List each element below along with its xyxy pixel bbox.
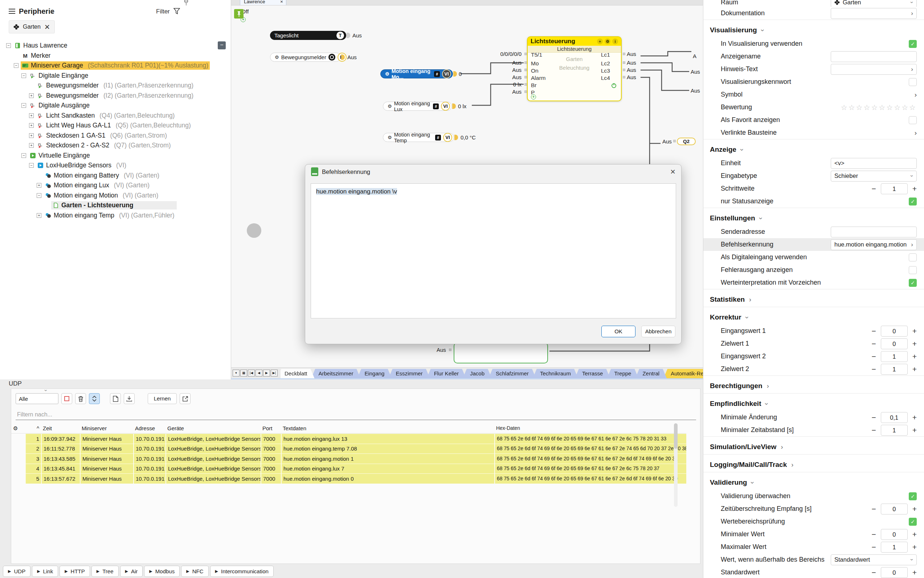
tree-expander-icon[interactable]: +	[29, 143, 34, 148]
property-field[interactable]: Schieber›	[831, 170, 917, 182]
minus-button[interactable]: −	[871, 568, 876, 577]
property-field[interactable]: Standardwert›	[831, 554, 917, 565]
section-header[interactable]: Anzeige›	[704, 140, 924, 157]
pin-icon[interactable]	[183, 0, 189, 6]
sheet-tab-arbeitszimmer[interactable]: Arbeitszimmer	[311, 369, 361, 378]
tree-expander-icon[interactable]: −	[29, 163, 34, 168]
lichtsteuerung-block[interactable]: Lichtsteuerung + ⚙ i Lichtsteuerung Gart…	[527, 36, 622, 101]
monitor-tab-udp[interactable]: ▶UDP	[3, 566, 31, 577]
udp-log-row[interactable]: 216:11:52.778Miniserver Haus10.70.0.191L…	[11, 444, 686, 454]
minus-button[interactable]: −	[871, 184, 876, 193]
section-header[interactable]: Berechtigungen›	[704, 376, 924, 393]
connector-square[interactable]	[524, 83, 527, 86]
checkbox[interactable]: ✓	[909, 492, 917, 500]
ok-button[interactable]: OK	[601, 326, 635, 337]
plus-button[interactable]: +	[913, 339, 917, 348]
canvas-pin-button[interactable]	[234, 9, 243, 18]
block-output-lc1[interactable]: Lc1	[601, 52, 610, 58]
sheet-tab-jacob[interactable]: Jacob	[463, 369, 492, 378]
minus-button[interactable]: −	[871, 530, 876, 539]
tree-expander-icon[interactable]: +	[29, 133, 34, 138]
property-field[interactable]: Garten›	[831, 0, 917, 7]
minus-button[interactable]: −	[871, 543, 876, 552]
property-field[interactable]: <v>	[831, 158, 917, 169]
minus-button[interactable]: −	[871, 505, 876, 513]
sensor-tageslicht[interactable]: Tageslicht T	[270, 31, 346, 40]
sheet-tab-esszimmer[interactable]: Esszimmer	[388, 369, 430, 378]
section-header[interactable]: Validierung›	[704, 472, 924, 490]
sheet-tab-zentral[interactable]: Zentral	[635, 369, 667, 378]
monitor-tab-http[interactable]: ▶HTTP	[60, 566, 90, 577]
new-log-button[interactable]	[110, 393, 121, 404]
connector-square[interactable]	[623, 53, 625, 55]
collapse-all-button[interactable]: −	[218, 41, 226, 49]
minus-button[interactable]: −	[871, 327, 876, 336]
tree-item-motion-eingang-lux[interactable]: +Motion eingang Lux(VI) (Garten)	[0, 180, 231, 191]
sheet-tab-deckblatt[interactable]: Deckblatt	[280, 369, 314, 378]
chevron-right-icon[interactable]: ›	[914, 129, 917, 137]
monitor-tab-tree[interactable]: ▶Tree	[91, 566, 119, 577]
tree-expander-icon[interactable]: −	[21, 73, 26, 78]
checkbox[interactable]: ✓	[909, 518, 917, 526]
next-sheet-button[interactable]: ▶	[263, 370, 270, 377]
minus-button[interactable]: −	[871, 352, 876, 361]
plus-button[interactable]: +	[913, 352, 917, 361]
tree-item-motion-eingang-temp[interactable]: +Motion eingang Temp(VI) (Garten,Fühler)	[0, 211, 231, 221]
connector-square[interactable]	[524, 53, 527, 55]
property-field[interactable]	[831, 227, 917, 237]
connector-square[interactable]	[524, 76, 527, 78]
plus-button[interactable]: +	[913, 568, 917, 577]
block-input-mo[interactable]: Mo	[531, 60, 539, 67]
checkbox[interactable]: ✓	[909, 40, 917, 48]
sheet-tab-flur-keller[interactable]: Flur Keller	[427, 369, 466, 378]
plus-button[interactable]: +	[913, 327, 917, 336]
connector-square[interactable]	[623, 76, 625, 78]
tree-item-licht-sandkasten[interactable]: +Licht Sandkasten(Q4) (Garten,Beleuchtun…	[0, 111, 231, 121]
plus-button[interactable]: +	[913, 184, 917, 193]
q2-output[interactable]: Q2	[677, 138, 696, 145]
block-input-br[interactable]: Br	[531, 82, 537, 89]
search-chip-garten[interactable]: Garten ✕	[9, 20, 55, 33]
stepper-value[interactable]: 1	[881, 425, 908, 436]
sheet-menu-button[interactable]: ▾	[233, 370, 240, 377]
plus-button[interactable]: +	[913, 365, 917, 373]
stop-record-button[interactable]	[62, 393, 72, 404]
section-header[interactable]: Simulation/LiveView›	[704, 437, 924, 454]
canvas-handle[interactable]	[247, 223, 261, 238]
sheet-tab-eingang[interactable]: Eingang	[357, 369, 392, 378]
property-field[interactable]: hue.motion eingang.motion \v›	[831, 239, 917, 250]
menu-icon[interactable]	[9, 9, 15, 14]
monitor-tab-intercommunication[interactable]: ▶Intercommunication	[210, 566, 274, 577]
plus-button[interactable]: +	[913, 530, 917, 539]
sheet-list-button[interactable]: ▦	[240, 370, 247, 377]
tree-expander-icon[interactable]: −	[21, 103, 26, 108]
sheet-tab-terrasse[interactable]: Terrasse	[575, 369, 610, 378]
stepper-value[interactable]: 0	[881, 503, 908, 515]
tree-expander-icon[interactable]: +	[29, 93, 34, 98]
section-header[interactable]: Logging/Mail/Call/Track›	[704, 455, 924, 472]
checkbox[interactable]	[909, 266, 917, 274]
stepper-value[interactable]: 1	[881, 351, 908, 362]
section-header[interactable]: Statistiken›	[704, 289, 924, 307]
block-output-lc4[interactable]: Lc4	[601, 75, 610, 81]
minus-button[interactable]: −	[871, 365, 876, 373]
sheet-tab-treppe[interactable]: Treppe	[607, 369, 639, 378]
tree-item-bewegungsmelder[interactable]: +Bewegungsmelder(I2) (Garten,Präsenzerke…	[0, 91, 231, 101]
tree-item-haus-lawrence[interactable]: −Haus Lawrence−	[0, 41, 231, 51]
plus-button[interactable]: +	[913, 426, 917, 435]
rating-stars[interactable]: ☆☆☆☆☆☆☆☆☆☆	[841, 103, 917, 112]
tree-expander-icon[interactable]: −	[14, 63, 18, 68]
off-block[interactable]	[454, 343, 548, 364]
tree-expander-icon[interactable]: −	[37, 193, 41, 198]
monitor-tab-link[interactable]: ▶Link	[32, 566, 58, 577]
sheet-tab-automatik-regeln[interactable]: Automatik-Regeln	[663, 369, 703, 378]
tree-item-digitale-eing-nge[interactable]: −Digitale Eingänge	[0, 71, 231, 81]
connector-square[interactable]	[623, 62, 625, 64]
stepper-value[interactable]: 0	[881, 338, 908, 349]
section-header[interactable]: Einstellungen›	[704, 208, 924, 226]
monitor-tab-modbus[interactable]: ▶Modbus	[144, 566, 180, 577]
connector-square[interactable]	[524, 69, 527, 71]
udp-log-row[interactable]: 116:09:37.942Miniserver Haus10.70.0.191L…	[11, 434, 686, 444]
stepper-value[interactable]: 0	[881, 567, 908, 578]
connector-square[interactable]	[524, 62, 527, 64]
